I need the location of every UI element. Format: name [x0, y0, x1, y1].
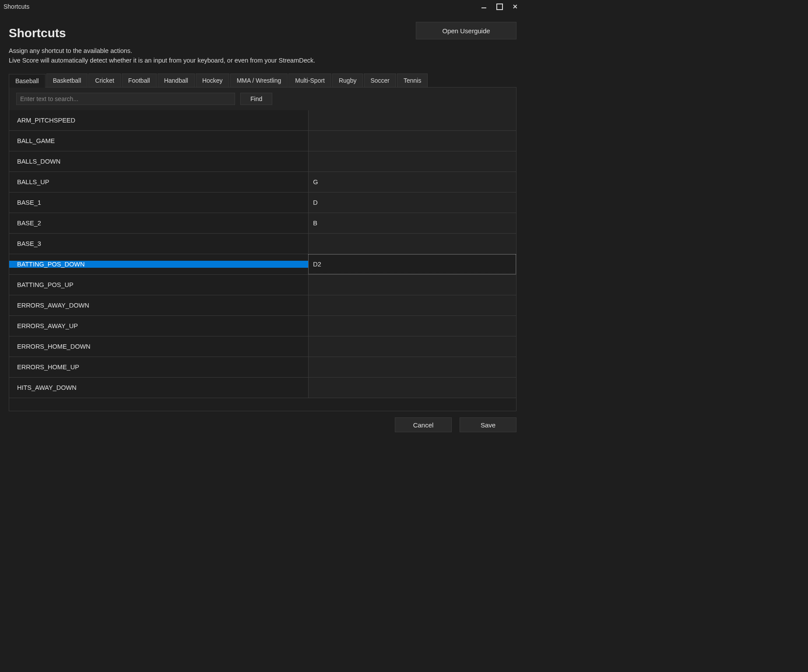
tab-basketball[interactable]: Basketball [46, 74, 88, 87]
tab-multi-sport[interactable]: Multi-Sport [288, 74, 331, 87]
table-row[interactable]: BASE_1D [9, 192, 516, 213]
shortcut-value[interactable]: B [308, 213, 516, 233]
action-label: ARM_PITCHSPEED [9, 117, 308, 124]
tab-soccer[interactable]: Soccer [364, 74, 396, 87]
tab-rugby[interactable]: Rugby [332, 74, 363, 87]
minimize-icon[interactable] [480, 3, 488, 10]
table-row[interactable]: ERRORS_HOME_DOWN [9, 336, 516, 357]
shortcut-value[interactable] [308, 378, 516, 398]
open-userguide-button[interactable]: Open Userguide [416, 22, 516, 39]
shortcut-value[interactable] [308, 336, 516, 357]
shortcut-value[interactable] [308, 131, 516, 151]
table-row[interactable]: BATTING_POS_UP [9, 275, 516, 295]
shortcut-value[interactable] [308, 234, 516, 254]
table-row[interactable]: ERRORS_HOME_UP [9, 357, 516, 378]
action-label: BALLS_DOWN [9, 158, 308, 165]
shortcut-value[interactable] [308, 295, 516, 315]
action-label: HITS_AWAY_DOWN [9, 384, 308, 391]
shortcut-value[interactable]: G [308, 172, 516, 192]
window-title: Shortcuts [4, 3, 29, 10]
table-row[interactable]: BALL_GAME [9, 131, 516, 151]
find-button[interactable]: Find [240, 93, 272, 105]
shortcut-value[interactable] [308, 151, 516, 172]
page-subtitle: Assign any shortcut to the available act… [9, 46, 516, 66]
table-row[interactable]: BALLS_DOWN [9, 151, 516, 172]
shortcut-value[interactable] [308, 275, 516, 295]
table-row[interactable]: ERRORS_AWAY_UP [9, 316, 516, 336]
action-label: BASE_2 [9, 220, 308, 227]
table-row[interactable]: ERRORS_AWAY_DOWN [9, 295, 516, 316]
save-button[interactable]: Save [460, 417, 516, 432]
action-label: ERRORS_HOME_DOWN [9, 343, 308, 350]
table-row[interactable]: BASE_3 [9, 234, 516, 254]
shortcut-value[interactable]: D [308, 192, 516, 213]
table-row[interactable]: BALLS_UPG [9, 172, 516, 192]
page-title: Shortcuts [9, 26, 66, 40]
shortcut-value[interactable] [308, 357, 516, 377]
table-row[interactable]: HITS_AWAY_DOWN [9, 378, 516, 398]
tab-cricket[interactable]: Cricket [88, 74, 121, 87]
titlebar: Shortcuts [0, 0, 525, 13]
action-label: BALLS_UP [9, 178, 308, 186]
tab-football[interactable]: Football [122, 74, 157, 87]
shortcut-value[interactable]: D2 [308, 254, 516, 274]
shortcut-value[interactable] [308, 316, 516, 336]
maximize-icon[interactable] [495, 3, 503, 10]
tab-handball[interactable]: Handball [158, 74, 195, 87]
search-input[interactable] [16, 93, 235, 105]
action-label: BASE_1 [9, 199, 308, 206]
cancel-button[interactable]: Cancel [395, 417, 452, 432]
action-label: BATTING_POS_UP [9, 281, 308, 288]
tab-mma-wrestling[interactable]: MMA / Wrestling [230, 74, 288, 87]
action-label: ERRORS_AWAY_UP [9, 322, 308, 329]
sport-tabs: BaseballBasketballCricketFootballHandbal… [9, 74, 516, 88]
table-row[interactable]: ARM_PITCHSPEED [9, 110, 516, 131]
table-row[interactable]: BATTING_POS_DOWND2 [9, 254, 516, 275]
action-label: BALL_GAME [9, 137, 308, 144]
shortcut-table[interactable]: ARM_PITCHSPEEDBALL_GAMEBALLS_DOWNBALLS_U… [9, 110, 516, 411]
action-label: ERRORS_AWAY_DOWN [9, 302, 308, 309]
shortcut-value[interactable] [308, 110, 516, 130]
action-label: BATTING_POS_DOWN [9, 261, 308, 268]
action-label: ERRORS_HOME_UP [9, 364, 308, 371]
tab-tennis[interactable]: Tennis [397, 74, 428, 87]
close-icon[interactable] [511, 3, 519, 10]
table-row[interactable]: BASE_2B [9, 213, 516, 234]
action-label: BASE_3 [9, 240, 308, 247]
tab-hockey[interactable]: Hockey [196, 74, 229, 87]
tab-baseball[interactable]: Baseball [9, 74, 46, 88]
